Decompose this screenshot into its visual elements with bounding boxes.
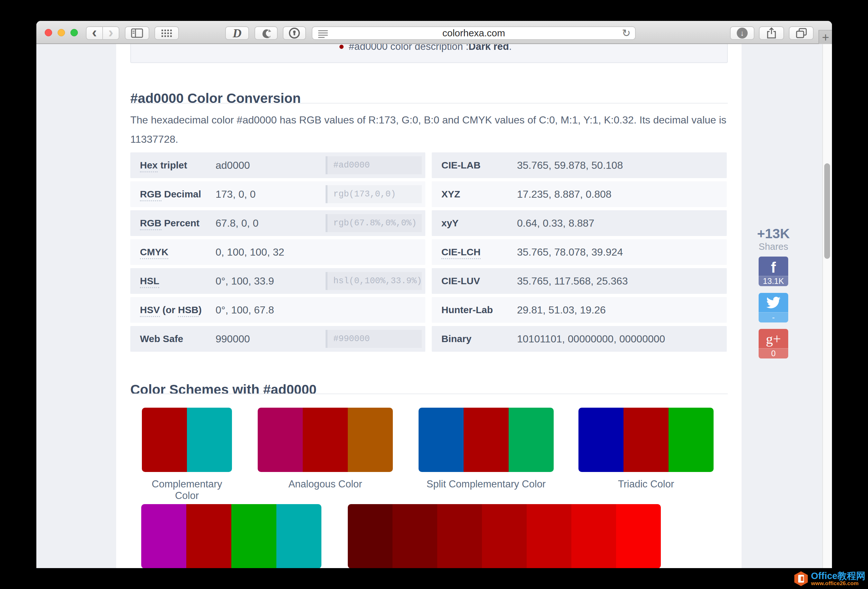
desktop-background: { "browser": { "url": "colorhexa.com", "… xyxy=(0,0,868,589)
row-label: xyY xyxy=(441,218,458,228)
row-value: ad0000 xyxy=(216,159,250,171)
new-tab-button[interactable]: + xyxy=(818,30,832,44)
color-swatch-cell[interactable] xyxy=(527,504,571,568)
row-code-snippet: rgb(67.8%,0%,0%) xyxy=(326,214,422,232)
schemes-heading: Color Schemes with #ad0000 xyxy=(130,382,317,398)
row-label: RGB Decimal xyxy=(140,189,201,200)
color-swatch-cell[interactable] xyxy=(579,408,623,472)
watermark-url: www.office26.com xyxy=(811,581,865,586)
scheme-caption: Split Complementary Color xyxy=(419,479,554,490)
color-swatch-cell[interactable] xyxy=(231,504,276,568)
color-swatch-cell[interactable] xyxy=(348,408,393,472)
table-row: CIE-LAB35.765, 59.878, 50.108 xyxy=(432,152,727,178)
grid-icon xyxy=(161,29,173,38)
color-swatch-cell[interactable] xyxy=(623,408,669,472)
share-count: 13.1K xyxy=(759,276,788,286)
row-label: RGB Percent xyxy=(140,218,199,228)
color-swatch-cell[interactable] xyxy=(348,504,393,568)
color-scheme-swatch xyxy=(419,408,554,472)
color-swatch-cell[interactable] xyxy=(141,504,186,568)
table-row: Binary10101101, 00000000, 00000000 xyxy=(432,326,727,352)
color-swatch-cell[interactable] xyxy=(669,408,714,472)
scrollbar-track[interactable] xyxy=(822,44,832,568)
conversion-table-left: Hex tripletad0000#ad0000RGB Decimal173, … xyxy=(130,152,425,355)
forward-button[interactable]: › xyxy=(103,27,119,39)
share-icon xyxy=(766,27,777,39)
office26-logo-icon xyxy=(794,571,808,586)
table-row: Web Safe990000#990000 xyxy=(130,326,425,352)
color-swatch-cell[interactable] xyxy=(303,408,348,472)
row-value: 0, 100, 100, 32 xyxy=(216,246,284,258)
intro-line-2: 11337728. xyxy=(130,130,738,149)
color-swatch-cell[interactable] xyxy=(482,504,527,568)
extension-1password-button[interactable] xyxy=(283,27,306,40)
row-value: 35.765, 117.568, 25.363 xyxy=(517,275,628,287)
download-icon: ↓ xyxy=(737,28,748,38)
zoom-window-button[interactable] xyxy=(71,29,78,36)
row-value: 17.235, 8.887, 0.808 xyxy=(517,188,611,200)
share-facebook-button[interactable]: f13.1K xyxy=(759,256,788,286)
share-button[interactable] xyxy=(759,27,784,40)
scheme-caption: Analogous Color xyxy=(258,479,393,490)
scheme-caption: Triadic Color xyxy=(579,479,714,490)
divider xyxy=(130,103,728,103)
keyhole-lock-icon xyxy=(288,27,301,40)
row-value: 35.765, 59.878, 50.108 xyxy=(517,159,623,171)
color-swatch-cell[interactable] xyxy=(187,408,232,472)
row-label: CIE-LAB xyxy=(441,160,481,171)
reload-icon[interactable]: ↻ xyxy=(622,27,630,39)
row-value: 29.81, 51.03, 19.26 xyxy=(517,304,606,316)
scheme-caption: Complementary Color xyxy=(142,479,232,502)
color-swatch-cell[interactable] xyxy=(616,504,661,568)
color-scheme-swatch xyxy=(141,504,322,568)
url-text: colorhexa.com xyxy=(312,27,635,39)
extension-squirrel-button[interactable] xyxy=(254,27,278,40)
row-label: CIE-LCH xyxy=(441,247,481,258)
color-swatch-cell[interactable] xyxy=(186,504,231,568)
share-googleplus-button[interactable]: g+0 xyxy=(759,329,788,358)
d-extension-icon: D xyxy=(233,27,241,39)
row-value: 0°, 100, 67.8 xyxy=(216,304,274,316)
share-total-label: Shares xyxy=(741,241,806,252)
note-prefix: #ad0000 color description : xyxy=(349,44,468,52)
color-swatch-cell[interactable] xyxy=(258,408,303,472)
row-value: 0°, 100, 33.9 xyxy=(216,275,274,287)
close-window-button[interactable] xyxy=(45,29,52,36)
browser-toolbar: ‹ › D xyxy=(36,21,832,44)
color-swatch-cell[interactable] xyxy=(393,504,437,568)
row-code-snippet: hsl(0,100%,33.9%) xyxy=(326,272,422,290)
intro-line-1: The hexadecimal color #ad0000 has RGB va… xyxy=(130,110,738,130)
divider xyxy=(130,393,728,394)
color-swatch-cell[interactable] xyxy=(142,408,187,472)
row-label: XYZ xyxy=(441,189,460,200)
top-sites-button[interactable] xyxy=(154,27,179,40)
row-label: Hunter-Lab xyxy=(441,305,493,315)
googleplus-icon: g+ xyxy=(759,329,788,348)
share-count: - xyxy=(759,312,788,322)
minimize-window-button[interactable] xyxy=(58,29,65,36)
downloads-button[interactable]: ↓ xyxy=(730,27,754,40)
color-swatch-cell[interactable] xyxy=(571,504,616,568)
table-row: CMYK0, 100, 100, 32 xyxy=(130,239,425,265)
tab-overview-button[interactable] xyxy=(789,27,813,40)
address-bar[interactable]: colorhexa.com ↻ xyxy=(312,27,636,40)
extension-d-button[interactable]: D xyxy=(225,27,249,40)
sidebar-toggle-button[interactable] xyxy=(125,27,149,40)
color-swatch-cell[interactable] xyxy=(276,504,322,568)
row-label: Web Safe xyxy=(140,333,183,345)
back-chevron-icon: ‹ xyxy=(92,26,97,38)
color-swatch-cell[interactable] xyxy=(419,408,464,472)
back-button[interactable]: ‹ xyxy=(87,27,103,39)
share-count: 0 xyxy=(759,348,788,358)
row-label: CIE-LUV xyxy=(441,275,480,286)
watermark: Office教程网 www.office26.com xyxy=(794,571,865,586)
color-swatch-cell[interactable] xyxy=(509,408,554,472)
table-row: xyY0.64, 0.33, 8.887 xyxy=(432,210,727,236)
conversion-heading: #ad0000 Color Conversion xyxy=(130,91,301,106)
share-twitter-button[interactable]: - xyxy=(759,293,788,322)
scrollbar-thumb[interactable] xyxy=(824,163,830,259)
row-value: 990000 xyxy=(216,333,250,345)
history-nav-group: ‹ › xyxy=(86,27,120,40)
color-swatch-cell[interactable] xyxy=(437,504,482,568)
color-swatch-cell[interactable] xyxy=(464,408,509,472)
